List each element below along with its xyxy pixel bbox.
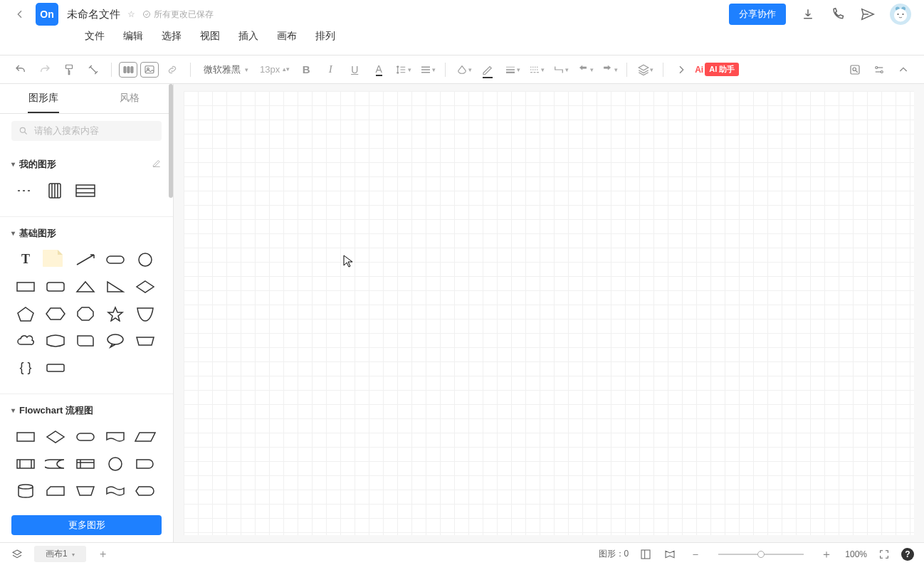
fullscreen-icon[interactable] [877,547,891,561]
shape-search-input[interactable] [34,125,154,136]
shape-speech-bubble[interactable] [103,331,128,351]
page-tab[interactable]: 画布1 [34,546,86,562]
zoom-in-button[interactable]: ＋ [818,549,835,560]
edit-icon[interactable] [152,158,162,170]
ai-assistant-button[interactable]: Ai AI 助手 [695,63,739,76]
fc-database[interactable] [13,481,38,501]
line-width-icon[interactable]: ▾ [501,59,523,80]
shape-custom-hstrip[interactable] [73,181,98,201]
underline-icon[interactable]: U [344,59,365,80]
fc-process[interactable] [13,427,38,447]
connector-type-icon[interactable]: ▾ [550,59,571,80]
italic-icon[interactable]: I [320,59,341,80]
bold-icon[interactable]: B [295,59,317,80]
menu-view[interactable]: 视图 [197,28,223,44]
arrow-start-icon[interactable]: ▾ [574,59,595,80]
navigator-icon[interactable] [663,547,677,561]
shape-cloud[interactable] [13,331,38,351]
help-icon[interactable]: ? [901,548,914,561]
zoom-slider-handle[interactable] [757,551,765,558]
zoom-level[interactable]: 100% [845,549,867,559]
shape-trapezoid[interactable] [132,331,158,351]
section-header-flowchart[interactable]: ▾Flowchart 流程图 [0,398,173,423]
fc-internal-storage[interactable] [73,454,98,474]
tab-shape-library[interactable]: 图形库 [0,84,87,113]
shape-diamond[interactable] [132,277,158,297]
add-page-icon[interactable]: + [96,547,110,561]
tab-style[interactable]: 风格 [87,84,174,113]
unlink-icon[interactable] [83,59,104,80]
fill-color-icon[interactable]: ▾ [453,59,474,80]
shape-pill[interactable] [103,250,128,270]
font-size-select[interactable]: 13px▴▾ [257,64,293,75]
line-height-icon[interactable]: ▾ [392,59,414,80]
collapse-panel-icon[interactable] [893,59,914,80]
zoom-out-button[interactable]: － [687,549,704,560]
fc-manual-op[interactable] [73,481,98,501]
shape-shield[interactable] [132,304,158,324]
redo-icon[interactable] [34,59,56,80]
favorite-star-icon[interactable]: ☆ [127,9,135,19]
fc-terminator[interactable] [73,427,98,447]
format-painter-icon[interactable] [58,59,80,80]
phone-icon[interactable] [830,6,846,22]
fc-data[interactable] [132,427,158,447]
menu-canvas[interactable]: 画布 [274,28,300,44]
font-color-icon[interactable]: A [368,59,389,80]
fc-connector[interactable] [103,454,128,474]
shape-octagon[interactable] [73,304,98,324]
fc-display[interactable] [132,481,158,501]
canvas-grid[interactable] [184,91,914,535]
download-icon[interactable] [800,6,816,22]
line-style-icon[interactable]: ▾ [525,59,547,80]
find-icon[interactable] [844,59,866,80]
send-icon[interactable] [860,6,876,22]
settings-icon[interactable] [868,59,890,80]
shape-custom-vstrip[interactable] [43,181,68,201]
user-avatar[interactable] [890,4,911,25]
text-align-icon[interactable]: ▾ [416,59,438,80]
menu-insert[interactable]: 插入 [236,28,261,44]
shape-search-box[interactable] [11,121,162,141]
arrow-end-icon[interactable]: ▾ [598,59,619,80]
shape-right-triangle[interactable] [103,277,128,297]
fc-decision[interactable] [43,427,68,447]
document-title[interactable]: 未命名文件 [67,8,120,21]
menu-arrange[interactable]: 排列 [313,28,338,44]
layers-icon[interactable]: ▾ [634,59,656,80]
shape-rectangle[interactable] [13,277,38,297]
shape-star[interactable] [103,304,128,324]
expand-toolbar-icon[interactable] [671,59,692,80]
zoom-slider[interactable] [718,554,804,555]
shape-custom-dashed[interactable] [13,181,38,201]
menu-edit[interactable]: 编辑 [120,28,146,44]
shape-circle[interactable] [132,250,158,270]
insert-link-icon[interactable] [162,59,183,80]
fc-stored-data[interactable] [43,454,68,474]
shape-text[interactable]: T [13,250,38,270]
canvas-area[interactable] [174,84,924,542]
shape-pentagon[interactable] [13,304,38,324]
font-family-select[interactable]: 微软雅黑▾ [198,63,254,76]
shape-hexagon[interactable] [43,304,68,324]
share-button[interactable]: 分享协作 [729,4,786,25]
menu-file[interactable]: 文件 [82,28,107,44]
shape-triangle[interactable] [73,277,98,297]
shape-rounded-rect[interactable] [43,277,68,297]
insert-container-icon[interactable] [119,62,137,78]
layers-panel-icon[interactable] [10,547,24,561]
menu-select[interactable]: 选择 [159,28,184,44]
shape-braces[interactable]: { } [13,358,38,378]
section-header-basic[interactable]: ▾基础图形 [0,221,173,245]
fc-predefined[interactable] [13,454,38,474]
section-header-my-shapes[interactable]: ▾我的图形 [0,152,173,176]
shape-leaf[interactable] [73,331,98,351]
layout-grid-icon[interactable] [639,547,653,561]
insert-image-icon[interactable] [140,62,159,78]
fc-card[interactable] [43,481,68,501]
stroke-color-icon[interactable] [477,59,498,80]
shape-arc-banner[interactable] [43,331,68,351]
shape-line-arrow[interactable] [73,250,98,270]
back-button[interactable] [13,7,27,21]
undo-icon[interactable] [10,59,31,80]
